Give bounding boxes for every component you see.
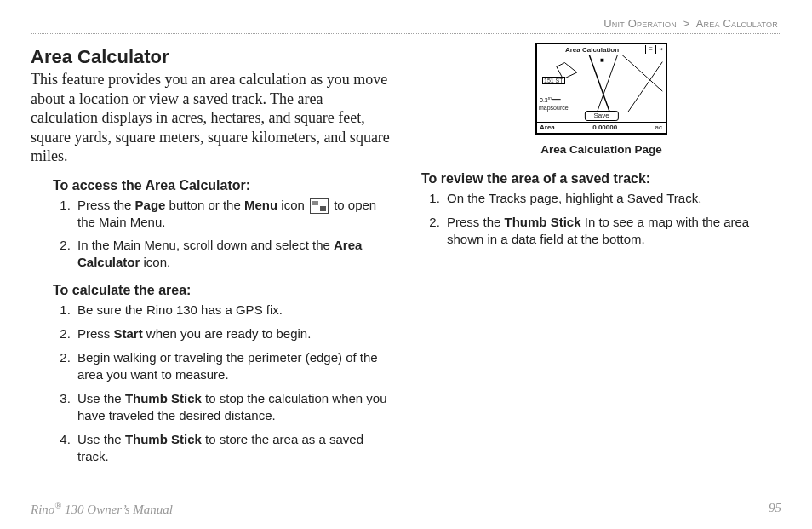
page-title: Area Calculator xyxy=(31,46,391,68)
list-item: Press the Page button or the Menu icon t… xyxy=(74,197,391,231)
svg-rect-4 xyxy=(601,59,604,62)
list-item: Use the Thumb Stick to store the area as… xyxy=(74,431,391,465)
calculate-steps: Be sure the Rino 130 has a GPS fix. Pres… xyxy=(31,302,391,465)
intro-paragraph: This feature provides you an area calcul… xyxy=(31,70,391,166)
list-item: In the Main Menu, scroll down and select… xyxy=(74,237,391,271)
device-street-label: 151 ST xyxy=(542,77,565,84)
breadcrumb-section: Unit Operation xyxy=(603,17,677,30)
list-item: Be sure the Rino 130 has a GPS fix. xyxy=(74,302,391,319)
device-menu-icon: ≡ xyxy=(645,45,655,54)
device-close-icon: × xyxy=(655,45,666,54)
device-screenshot: Area Calculation ≡ × xyxy=(535,43,667,135)
device-figure: Area Calculation ≡ × xyxy=(421,43,781,156)
list-item: On the Tracks page, highlight a Saved Tr… xyxy=(443,190,781,207)
breadcrumb: Unit Operation > Area Calculator xyxy=(31,17,781,30)
device-area-label: Area xyxy=(537,123,558,133)
device-title: Area Calculation xyxy=(537,46,645,54)
footer-page-number: 95 xyxy=(769,501,781,517)
svg-line-2 xyxy=(621,55,662,91)
list-item: Begin walking or traveling the perimeter… xyxy=(74,349,391,383)
menu-icon xyxy=(310,198,329,214)
access-heading: To access the Area Calculator: xyxy=(53,178,391,193)
list-item: Press Start when you are ready to begin. xyxy=(74,325,391,342)
right-column: Area Calculation ≡ × xyxy=(421,43,781,477)
list-item: Press the Thumb Stick In to see a map wi… xyxy=(443,214,781,248)
footer-manual-title: Rino® 130 Owner’s Manual xyxy=(31,501,173,517)
breadcrumb-page: Area Calculator xyxy=(696,17,778,30)
svg-line-0 xyxy=(589,55,609,112)
content-columns: Area Calculator This feature provides yo… xyxy=(31,43,781,477)
device-area-unit: ac xyxy=(652,123,666,133)
access-steps: Press the Page button or the Menu icon t… xyxy=(31,197,391,272)
header-divider xyxy=(31,33,781,34)
svg-line-1 xyxy=(598,55,618,112)
device-save-button: Save xyxy=(584,111,618,121)
device-map-source: mapsource xyxy=(539,105,569,111)
manual-page: Unit Operation > Area Calculator Area Ca… xyxy=(0,0,812,529)
left-column: Area Calculator This feature provides yo… xyxy=(31,43,391,477)
calculate-heading: To calculate the area: xyxy=(53,283,391,298)
device-map: 151 ST 0.3mi mapsource xyxy=(537,55,666,112)
breadcrumb-separator: > xyxy=(683,17,690,30)
review-steps: On the Tracks page, highlight a Saved Tr… xyxy=(421,190,781,248)
figure-caption: Area Calculation Page xyxy=(421,143,781,156)
device-scale: 0.3mi xyxy=(540,96,552,103)
page-footer: Rino® 130 Owner’s Manual 95 xyxy=(31,501,781,517)
list-item: Use the Thumb Stick to stop the calculat… xyxy=(74,390,391,424)
device-area-field: Area 0.00000 ac xyxy=(537,122,666,133)
device-area-value: 0.00000 xyxy=(558,123,652,133)
review-heading: To review the area of a saved track: xyxy=(421,171,781,187)
